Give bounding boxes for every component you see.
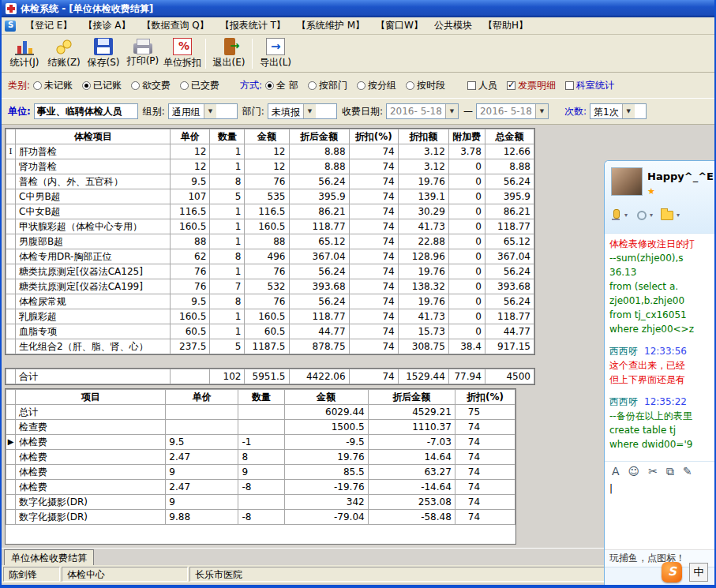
table-row[interactable]: 血脂专项60.5160.544.777415.73044.77 — [6, 324, 534, 339]
table-row[interactable]: C中男B超1075535395.974139.10395.9 — [6, 189, 534, 204]
cell: 41.73 — [398, 219, 448, 234]
folder-icon[interactable] — [661, 211, 673, 220]
column-header[interactable]: 折后金额 — [368, 390, 455, 405]
date-to-picker[interactable]: 2016- 5-18 ▼ — [476, 103, 549, 119]
chevron-down-icon[interactable]: ▾ — [624, 212, 628, 219]
menu-item-data-query[interactable]: 【数据查询 Q】 — [136, 17, 214, 35]
column-header[interactable]: 折后金额 — [289, 129, 349, 144]
table-row[interactable]: 体检尿常规9.587656.247419.76056.24 — [6, 294, 534, 309]
column-header[interactable]: 总金额 — [485, 129, 534, 144]
table-row[interactable]: 检查费1500.51110.3774 — [6, 420, 515, 435]
chat-input[interactable]: | — [605, 480, 716, 549]
stats-button[interactable]: 统计(J) — [5, 36, 44, 71]
column-header[interactable]: 折扣(%) — [455, 390, 515, 405]
ime-chinese-indicator[interactable]: 中 — [689, 563, 708, 582]
category-to-pay-radio[interactable]: 欲交费 — [131, 79, 171, 92]
filter-bar: 类别: 未记账已记账欲交费已交费 方式: 全 部按部门按分组按时段 人员发票明细… — [2, 73, 714, 98]
mode-by-dept-radio[interactable]: 按部门 — [308, 79, 347, 92]
dept-stats-checkbox[interactable]: 科室统计 — [565, 79, 614, 92]
table-row[interactable]: 生化组合2（肝、脂、肾、心）237.551187.5878.7574308.75… — [6, 339, 534, 354]
edit-icon[interactable]: ✎ — [683, 466, 692, 477]
tab-unit-settlement[interactable]: 单位体检收费结算 — [4, 549, 94, 565]
mode-by-time-radio[interactable]: 按时段 — [406, 79, 445, 92]
table-row[interactable]: 体检专用DR-胸部正位628496367.0474128.960367.04 — [6, 249, 534, 264]
export-button[interactable]: 导出(L) — [256, 36, 295, 71]
unit-discount-button[interactable]: 单位拆扣 — [163, 36, 202, 71]
menu-item-reception[interactable]: 【接诊 A】 — [77, 17, 136, 35]
table-row[interactable]: 体检费2.47819.7614.6474 — [6, 450, 515, 465]
cell: 0 — [448, 234, 485, 249]
menu-item-window[interactable]: 【窗口W】 — [370, 17, 429, 35]
chevron-down-icon[interactable]: ▼ — [622, 104, 635, 118]
column-header[interactable]: 金额 — [245, 129, 289, 144]
exit-button[interactable]: 退出(E) — [209, 36, 249, 71]
table-row[interactable]: 合计1025951.54422.06741529.4477.944500 — [6, 369, 534, 384]
cell: 0 — [448, 189, 485, 204]
table-row[interactable]: ▶体检费9.5-1-9.5-7.0374 — [6, 435, 515, 450]
print-button[interactable]: 打印(P) — [123, 36, 163, 71]
table-row[interactable]: C中女B超116.51116.586.217430.29086.21 — [6, 204, 534, 219]
chevron-down-icon[interactable]: ▼ — [445, 104, 458, 118]
dept-select[interactable]: 未填报 ▼ — [268, 103, 337, 119]
input-method-logo-icon[interactable] — [662, 562, 682, 582]
screenshot-icon[interactable]: ✂ — [648, 466, 658, 477]
table-row[interactable]: 体检费9985.563.2774 — [6, 465, 515, 480]
column-header[interactable]: 数量 — [210, 129, 245, 144]
settle-button[interactable]: 结账(Z) — [44, 36, 84, 71]
chevron-down-icon[interactable]: ▼ — [204, 104, 216, 118]
category-unposted-radio[interactable]: 未记账 — [33, 79, 73, 92]
table-row[interactable]: 糖类抗原测定[仪器法CA125]7617656.247419.76056.24 — [6, 264, 534, 279]
chat-message: 36.13 — [609, 265, 713, 279]
microphone-icon[interactable] — [610, 208, 621, 223]
cell: 9 — [238, 465, 284, 480]
table-row[interactable]: 乳腺彩超160.51160.5118.777441.730118.77 — [6, 309, 534, 324]
unit-input[interactable] — [34, 103, 138, 119]
column-header[interactable]: 体检项目 — [16, 129, 171, 144]
emoticon-icon[interactable]: ☺ — [628, 466, 640, 477]
status-circle-icon[interactable] — [637, 211, 647, 220]
chevron-down-icon[interactable]: ▾ — [677, 212, 680, 219]
cell: 0 — [448, 159, 485, 174]
font-icon[interactable]: A — [612, 466, 620, 477]
column-header[interactable]: 单价 — [166, 390, 238, 405]
chevron-down-icon[interactable]: ▼ — [535, 104, 548, 118]
column-header[interactable]: 项目 — [16, 390, 166, 405]
menu-item-register[interactable]: 【登记 E】 — [20, 17, 77, 35]
column-header[interactable]: 数量 — [238, 390, 284, 405]
group-select[interactable]: 通用组 ▼ — [168, 103, 238, 119]
table-row[interactable]: 男腹部B超8818865.127422.88065.12 — [6, 234, 534, 249]
category-posted-radio[interactable]: 已记账 — [82, 79, 122, 92]
times-select[interactable]: 第1次 ▼ — [590, 103, 647, 119]
category-paid-radio[interactable]: 已交费 — [180, 79, 219, 92]
personnel-checkbox[interactable]: 人员 — [467, 79, 497, 92]
menu-item-public-module[interactable]: 公共模块 — [429, 17, 478, 35]
cell: 118.77 — [289, 309, 349, 324]
table-row[interactable]: 数字化摄影(DR)9.88-8-79.04-58.4874 — [6, 510, 515, 525]
column-header[interactable]: 折扣(%) — [349, 129, 398, 144]
column-header[interactable]: 附加费 — [448, 129, 485, 144]
table-row[interactable]: I肝功普检121128.88743.123.7812.66 — [6, 144, 534, 159]
avatar[interactable] — [611, 167, 643, 196]
table-row[interactable]: 普检（内、外、五官科）9.587656.247419.76056.24 — [6, 174, 534, 189]
menu-item-system-maint[interactable]: 【系统维护 M】 — [291, 17, 370, 35]
column-header[interactable]: 单价 — [171, 129, 210, 144]
chat-history-icon[interactable]: ⧉ — [666, 466, 674, 477]
table-row[interactable]: 数字化摄影(DR)9342253.0874 — [6, 495, 515, 510]
save-button[interactable]: 保存(S) — [84, 36, 123, 71]
menu-item-report-stats[interactable]: 【报表统计 T】 — [215, 17, 291, 35]
chevron-down-icon[interactable]: ▾ — [650, 212, 653, 219]
column-header[interactable]: 折扣额 — [398, 129, 448, 144]
date-from-picker[interactable]: 2016- 5-18 ▼ — [386, 103, 459, 119]
invoice-detail-checkbox[interactable]: 发票明细 — [507, 79, 556, 92]
table-row[interactable]: 体检费2.47-8-19.76-14.6474 — [6, 480, 515, 495]
mode-all-radio[interactable]: 全 部 — [265, 79, 298, 92]
table-row[interactable]: 甲状腺彩超（体检中心专用）160.51160.5118.777441.73011… — [6, 219, 534, 234]
column-header[interactable]: 金额 — [284, 390, 368, 405]
row-indicator — [6, 174, 16, 189]
chevron-down-icon[interactable]: ▼ — [303, 104, 316, 118]
table-row[interactable]: 肾功普检121128.88743.1208.88 — [6, 159, 534, 174]
menu-item-help[interactable]: 【帮助H】 — [478, 17, 534, 35]
table-row[interactable]: 总计6029.444529.2175 — [6, 405, 515, 420]
table-row[interactable]: 糖类抗原测定[仪器法CA199]767532393.6874138.320393… — [6, 279, 534, 294]
mode-by-group-radio[interactable]: 按分组 — [357, 79, 396, 92]
